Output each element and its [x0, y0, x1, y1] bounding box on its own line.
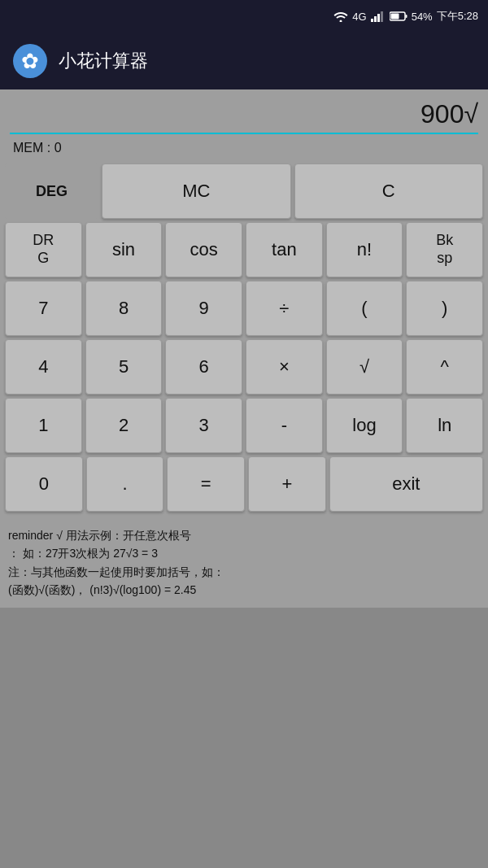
nine-button[interactable]: 9	[165, 281, 242, 336]
power-button[interactable]: ^	[406, 339, 483, 395]
row-3: 7 8 9 ÷ ( )	[5, 281, 483, 336]
status-icons: 4G 54% 下午5:28	[333, 9, 478, 24]
dot-button[interactable]: .	[86, 456, 164, 512]
ln-button[interactable]: ln	[406, 398, 483, 453]
row-6: 0 . = + exit	[5, 456, 483, 512]
status-bar: 4G 54% 下午5:28	[0, 0, 488, 33]
svg-rect-3	[381, 11, 383, 22]
exit-button[interactable]: exit	[329, 456, 483, 512]
log-button[interactable]: log	[326, 398, 403, 453]
mem-display: MEM : 0	[10, 137, 478, 160]
battery-icon	[390, 11, 407, 21]
c-button[interactable]: C	[294, 164, 483, 219]
app-icon-symbol: ✿	[21, 49, 39, 74]
lparen-button[interactable]: (	[326, 281, 403, 336]
seven-button[interactable]: 7	[5, 281, 82, 336]
drg-button[interactable]: DRG	[5, 222, 82, 277]
divide-button[interactable]: ÷	[246, 281, 323, 336]
plus-button[interactable]: +	[248, 456, 326, 512]
six-button[interactable]: 6	[165, 339, 242, 395]
display-underline	[10, 133, 478, 134]
row-4: 4 5 6 × √ ^	[5, 339, 483, 395]
display-area: 900√ MEM : 0	[0, 89, 488, 160]
reminder-line3: 注：与其他函数一起使用时要加括号，如：	[8, 563, 480, 581]
svg-rect-2	[377, 14, 380, 22]
equals-button[interactable]: =	[167, 456, 245, 512]
backspace-button[interactable]: Bksp	[406, 222, 483, 277]
calculator-body: 900√ MEM : 0 DEG MC C DRG sin cos tan n!…	[0, 89, 488, 608]
svg-rect-1	[374, 16, 377, 22]
reminder-line4: (函数)√(函数)， (n!3)√(log100) = 2.45	[8, 581, 480, 599]
app-header: ✿ 小花计算器	[0, 33, 488, 89]
cos-button[interactable]: cos	[165, 222, 242, 277]
row-5: 1 2 3 - log ln	[5, 398, 483, 453]
row-1: DEG MC C	[5, 164, 483, 219]
svg-rect-6	[390, 14, 399, 20]
buttons-area: DEG MC C DRG sin cos tan n! Bksp 7 8 9 ÷…	[0, 160, 488, 518]
svg-rect-0	[371, 19, 373, 22]
deg-button[interactable]: DEG	[5, 164, 98, 219]
factorial-button[interactable]: n!	[326, 222, 403, 277]
tan-button[interactable]: tan	[246, 222, 323, 277]
current-time: 下午5:28	[437, 9, 478, 24]
row-2: DRG sin cos tan n! Bksp	[5, 222, 483, 277]
four-button[interactable]: 4	[5, 339, 82, 395]
multiply-button[interactable]: ×	[246, 339, 323, 395]
svg-rect-5	[405, 15, 407, 18]
signal-icon	[371, 11, 386, 22]
wifi-icon	[333, 11, 348, 22]
sqrt-button[interactable]: √	[326, 339, 403, 395]
app-icon: ✿	[13, 44, 47, 78]
reminder-area: reminder √ 用法示例：开任意次根号 ： 如：27开3次根为 27√3 …	[0, 518, 488, 608]
reminder-line2: ： 如：27开3次根为 27√3 = 3	[8, 544, 480, 562]
five-button[interactable]: 5	[85, 339, 163, 395]
network-type: 4G	[352, 11, 366, 23]
rparen-button[interactable]: )	[406, 281, 483, 336]
reminder-line1: reminder √ 用法示例：开任意次根号	[8, 526, 480, 544]
sin-button[interactable]: sin	[85, 222, 163, 277]
battery-level: 54%	[412, 11, 433, 23]
app-title: 小花计算器	[59, 49, 148, 73]
zero-button[interactable]: 0	[5, 456, 83, 512]
mc-button[interactable]: MC	[102, 164, 290, 219]
two-button[interactable]: 2	[85, 398, 163, 453]
three-button[interactable]: 3	[165, 398, 242, 453]
one-button[interactable]: 1	[5, 398, 82, 453]
display-value: 900√	[10, 96, 478, 133]
eight-button[interactable]: 8	[85, 281, 163, 336]
minus-button[interactable]: -	[246, 398, 323, 453]
